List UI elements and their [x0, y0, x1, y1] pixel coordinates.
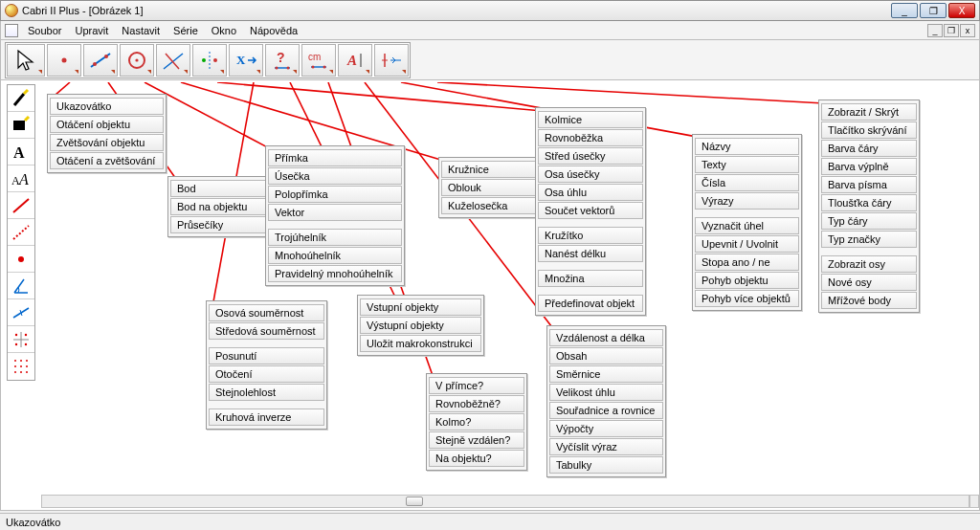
menu-item[interactable]: Nanést délku: [538, 245, 643, 262]
menu-item[interactable]: Střed úsečky: [538, 147, 643, 165]
menu-item[interactable]: Průsečíky: [170, 216, 266, 233]
menu-item[interactable]: Výpočty: [549, 420, 663, 437]
palette-color[interactable]: [8, 85, 34, 112]
menu-item[interactable]: Tlačítko skrývání: [821, 121, 917, 139]
menu-item[interactable]: Polopřímka: [268, 186, 402, 203]
menu-item[interactable]: Přímka: [268, 149, 402, 166]
menu-item[interactable]: Vstupní objekty: [360, 298, 481, 316]
menu-upravit[interactable]: Upravit: [69, 23, 114, 38]
menu-item[interactable]: Posunutí: [209, 347, 324, 364]
menu-item[interactable]: Stopa ano / ne: [695, 254, 799, 271]
mdi-close-button[interactable]: x: [960, 24, 975, 37]
menu-item[interactable]: Velikost úhlu: [549, 384, 663, 401]
menu-item[interactable]: Barva výplně: [821, 158, 917, 175]
menu-item[interactable]: Texty: [695, 156, 799, 173]
menu-item[interactable]: Souřadnice a rovnice: [549, 402, 663, 419]
menu-item[interactable]: Kruhová inverze: [209, 409, 324, 426]
tool-pointer[interactable]: [7, 44, 45, 77]
menu-serie[interactable]: Série: [167, 23, 204, 38]
menu-item[interactable]: Zvětšování objektu: [50, 134, 164, 151]
palette-text-color[interactable]: A: [8, 139, 34, 166]
tool-line[interactable]: [83, 44, 118, 77]
menu-item[interactable]: Součet vektorů: [538, 202, 643, 219]
menu-item[interactable]: Mřížové body: [821, 292, 917, 309]
menu-item[interactable]: Vektor: [268, 204, 402, 221]
menu-item[interactable]: Vzdálenost a délka: [549, 329, 663, 346]
mdi-maximize-button[interactable]: ❐: [944, 24, 959, 37]
tool-transform[interactable]: [192, 44, 227, 77]
maximize-button[interactable]: ❐: [920, 3, 947, 18]
menu-item[interactable]: Tabulky: [549, 456, 663, 474]
menu-item[interactable]: Mnohoúhelník: [268, 247, 402, 264]
tool-measure[interactable]: cm: [301, 44, 336, 77]
menu-item[interactable]: Barva písma: [821, 176, 917, 193]
palette-angle-mark[interactable]: [8, 273, 34, 299]
mdi-minimize-button[interactable]: _: [927, 24, 943, 37]
menu-item[interactable]: Bod na objektu: [170, 198, 266, 215]
menu-item[interactable]: Vyznačit úhel: [695, 217, 799, 234]
menu-item[interactable]: Otáčení a zvětšování: [50, 152, 164, 169]
scrollbar-thumb[interactable]: [406, 497, 423, 506]
menu-item[interactable]: Názvy: [695, 138, 799, 155]
menu-item[interactable]: Otáčení objektu: [50, 116, 164, 133]
menu-item[interactable]: Množina: [538, 270, 643, 287]
menu-item[interactable]: Tloušťka čáry: [821, 194, 917, 211]
menu-item[interactable]: Středová souměrnost: [209, 322, 324, 340]
menu-napoveda[interactable]: Nápověda: [244, 23, 303, 38]
menu-item[interactable]: Předefinovat objekt: [538, 295, 643, 312]
menu-item[interactable]: Upevnit / Uvolnit: [695, 235, 799, 253]
menu-item[interactable]: Pohyb více objektů: [695, 290, 799, 307]
menu-item[interactable]: Směrnice: [549, 365, 663, 383]
menu-item[interactable]: Osa úsečky: [538, 166, 643, 183]
palette-segment-mark[interactable]: [8, 299, 34, 326]
menu-item[interactable]: Výrazy: [695, 192, 799, 210]
tool-query[interactable]: ?: [265, 44, 300, 77]
menu-item[interactable]: Ukazovátko: [50, 98, 164, 115]
palette-font[interactable]: AA: [8, 166, 34, 192]
menu-item[interactable]: Úsečka: [268, 167, 402, 185]
menu-item[interactable]: Stejnolehlost: [209, 384, 324, 401]
palette-grid[interactable]: [8, 353, 34, 380]
palette-coords[interactable]: [8, 326, 34, 353]
drawing-canvas[interactable]: Ukazovátko Otáčení objektu Zvětšování ob…: [41, 82, 969, 493]
menu-item[interactable]: Nové osy: [821, 274, 917, 291]
menu-item[interactable]: Kuželosečka: [441, 197, 537, 214]
close-button[interactable]: X: [948, 3, 975, 18]
menu-item[interactable]: Osa úhlu: [538, 184, 643, 201]
palette-fill[interactable]: [8, 112, 34, 139]
menu-item[interactable]: Kolmice: [538, 111, 643, 128]
menu-item[interactable]: Pohyb objektu: [695, 272, 799, 289]
tool-circle[interactable]: [120, 44, 154, 77]
menu-item[interactable]: Trojúhelník: [268, 229, 402, 246]
menu-soubor[interactable]: Soubor: [22, 23, 67, 38]
menu-item[interactable]: Oblouk: [441, 179, 537, 196]
minimize-button[interactable]: _: [891, 3, 918, 18]
menu-item[interactable]: Osová souměrnost: [209, 304, 324, 321]
menu-item[interactable]: Typ značky: [821, 231, 917, 248]
palette-line-solid[interactable]: [8, 192, 34, 219]
menu-nastavit[interactable]: Nastavit: [116, 23, 166, 38]
palette-line-dashed[interactable]: [8, 219, 34, 246]
tool-construct[interactable]: [156, 44, 190, 77]
menu-item[interactable]: Výstupní objekty: [360, 317, 481, 334]
menu-okno[interactable]: Okno: [206, 23, 242, 38]
menu-item[interactable]: Otočení: [209, 365, 324, 383]
menu-item[interactable]: Pravidelný mnohoúhelník: [268, 265, 402, 282]
menu-item[interactable]: Kružítko: [538, 227, 643, 244]
horizontal-scrollbar[interactable]: [41, 495, 969, 508]
palette-point-style[interactable]: [8, 246, 34, 273]
tool-macro[interactable]: X: [229, 44, 263, 77]
menu-item[interactable]: Na objektu?: [429, 450, 524, 467]
menu-item[interactable]: Uložit makrokonstrukci: [360, 335, 481, 352]
menu-item[interactable]: Stejně vzdálen?: [429, 431, 524, 449]
tool-point[interactable]: [47, 44, 81, 77]
menu-item[interactable]: Obsah: [549, 347, 663, 364]
menu-item[interactable]: Bod: [170, 180, 266, 197]
menu-item[interactable]: Kružnice: [441, 161, 537, 178]
menu-item[interactable]: Čísla: [695, 174, 799, 191]
menu-item[interactable]: Zobrazit / Skrýt: [821, 103, 917, 121]
menu-item[interactable]: Zobrazit osy: [821, 255, 917, 273]
menu-item[interactable]: Vyčíslit výraz: [549, 438, 663, 455]
menu-item[interactable]: V přímce?: [429, 377, 524, 394]
tool-text[interactable]: A: [338, 44, 372, 77]
